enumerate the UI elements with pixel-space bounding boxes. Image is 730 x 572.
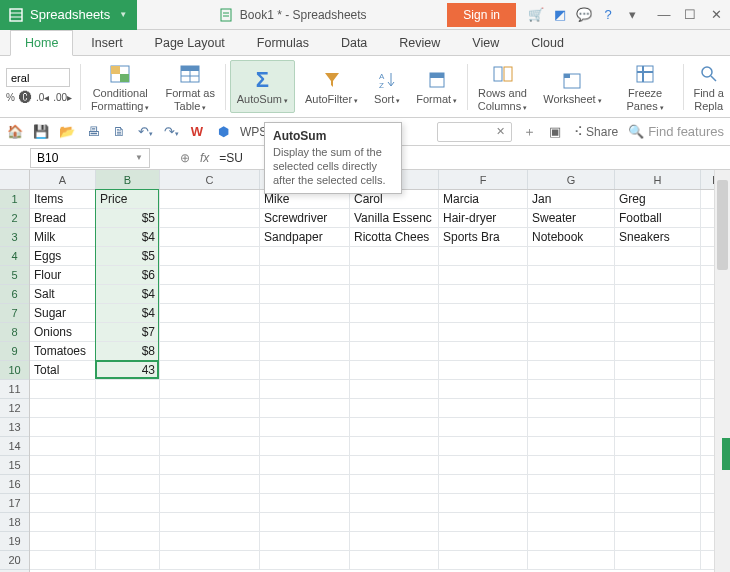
row-header[interactable]: 6 (0, 285, 29, 304)
maximize-button[interactable]: ☐ (682, 7, 698, 23)
cell[interactable] (350, 475, 439, 494)
cell[interactable] (96, 475, 160, 494)
cell[interactable]: Jan (528, 190, 615, 209)
cell[interactable] (439, 532, 528, 551)
increase-decimal-button[interactable]: .0◂ (36, 92, 49, 103)
print-icon[interactable]: 🖶 (84, 124, 102, 139)
cell[interactable]: Sugar (30, 304, 96, 323)
tab-cloud[interactable]: Cloud (517, 31, 578, 55)
cell[interactable] (528, 456, 615, 475)
cell[interactable] (260, 418, 350, 437)
column-header[interactable]: A (30, 170, 96, 189)
cell[interactable] (439, 285, 528, 304)
cell[interactable]: $6 (96, 266, 160, 285)
cell[interactable] (528, 532, 615, 551)
help-icon[interactable]: ? (600, 7, 616, 23)
cell[interactable] (350, 551, 439, 570)
sort-button[interactable]: AZ Sort▾ (368, 60, 406, 113)
cell[interactable] (160, 209, 260, 228)
worksheet-button[interactable]: Worksheet▾ (537, 60, 607, 113)
cell[interactable] (528, 418, 615, 437)
zoom-icon[interactable]: ⊕ (180, 151, 190, 165)
cell[interactable] (260, 399, 350, 418)
redo-icon[interactable]: ↷▾ (162, 124, 180, 139)
cell[interactable] (30, 551, 96, 570)
cell[interactable]: Sweater (528, 209, 615, 228)
cell[interactable] (615, 437, 701, 456)
cell[interactable] (615, 399, 701, 418)
cell[interactable] (350, 532, 439, 551)
find-features-input[interactable]: 🔍 Find features (628, 124, 724, 139)
cell[interactable] (96, 418, 160, 437)
cell[interactable] (96, 437, 160, 456)
format-button[interactable]: Format▾ (410, 60, 463, 113)
cell[interactable] (350, 323, 439, 342)
column-header[interactable]: B (96, 170, 160, 189)
cell[interactable] (96, 399, 160, 418)
cell[interactable] (528, 475, 615, 494)
sheet-tab[interactable]: ✕ (437, 122, 512, 142)
cell[interactable] (30, 399, 96, 418)
cell[interactable] (528, 361, 615, 380)
cell[interactable] (439, 399, 528, 418)
cell[interactable] (30, 437, 96, 456)
cell[interactable] (615, 494, 701, 513)
cell[interactable] (439, 247, 528, 266)
overflow-icon[interactable]: ▾ (624, 7, 640, 23)
row-header[interactable]: 16 (0, 475, 29, 494)
cell[interactable] (439, 304, 528, 323)
wps-logo-icon[interactable]: W (188, 124, 206, 139)
cell[interactable]: Tomatoes (30, 342, 96, 361)
cell[interactable]: Ricotta Chees (350, 228, 439, 247)
cell[interactable]: Notebook (528, 228, 615, 247)
add-sheet-icon[interactable]: ＋ (520, 123, 538, 141)
cell[interactable] (160, 361, 260, 380)
cell[interactable]: Eggs (30, 247, 96, 266)
share-button[interactable]: ⠪Share (574, 125, 618, 139)
cell[interactable]: Marcia (439, 190, 528, 209)
cell[interactable]: $4 (96, 304, 160, 323)
cell[interactable] (615, 285, 701, 304)
fx-icon[interactable]: fx (200, 151, 209, 165)
cell[interactable] (160, 304, 260, 323)
cell[interactable]: Greg (615, 190, 701, 209)
select-all-corner[interactable] (0, 170, 29, 190)
cell[interactable] (528, 247, 615, 266)
cell[interactable] (260, 551, 350, 570)
cell[interactable] (528, 266, 615, 285)
cell[interactable] (160, 190, 260, 209)
cell[interactable] (350, 418, 439, 437)
cell[interactable] (528, 285, 615, 304)
cell[interactable] (615, 247, 701, 266)
cell[interactable]: Price (96, 190, 160, 209)
autofilter-button[interactable]: AutoFilter▾ (299, 60, 364, 113)
cell[interactable]: Hair-dryer (439, 209, 528, 228)
formula-input[interactable]: =SU (219, 151, 243, 165)
cell[interactable]: Sneakers (615, 228, 701, 247)
cell[interactable] (528, 494, 615, 513)
cell[interactable] (30, 418, 96, 437)
cell[interactable] (160, 513, 260, 532)
name-box[interactable]: B10▼ (30, 148, 150, 168)
cell[interactable] (160, 456, 260, 475)
cell[interactable]: Bread (30, 209, 96, 228)
cell[interactable] (260, 494, 350, 513)
row-header[interactable]: 20 (0, 551, 29, 570)
cell[interactable]: Milk (30, 228, 96, 247)
cell[interactable] (439, 266, 528, 285)
cell[interactable] (439, 342, 528, 361)
cell[interactable]: 43 (96, 361, 160, 380)
cell[interactable] (350, 494, 439, 513)
cell[interactable] (615, 342, 701, 361)
cell[interactable]: Sports Bra (439, 228, 528, 247)
tab-view[interactable]: View (458, 31, 513, 55)
cell[interactable] (160, 475, 260, 494)
row-header[interactable]: 13 (0, 418, 29, 437)
cell[interactable] (160, 228, 260, 247)
row-header[interactable]: 3 (0, 228, 29, 247)
cell[interactable] (160, 285, 260, 304)
cell[interactable] (528, 551, 615, 570)
row-header[interactable]: 15 (0, 456, 29, 475)
row-header[interactable]: 14 (0, 437, 29, 456)
cell[interactable] (160, 551, 260, 570)
